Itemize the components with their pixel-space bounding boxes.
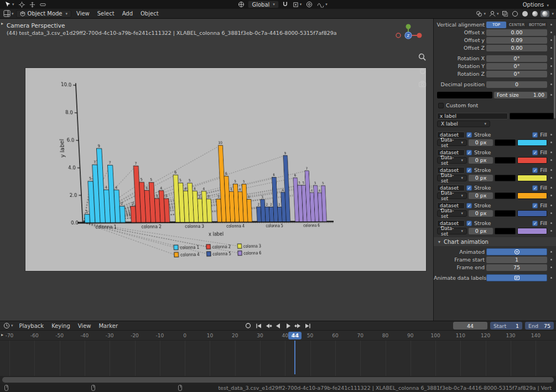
navigation-gizmo[interactable]: Z	[392, 22, 424, 48]
menu-add[interactable]: Add	[118, 10, 137, 17]
valign-top-button[interactable]: TOP	[486, 22, 506, 28]
animate-dot[interactable]	[549, 32, 554, 33]
stroke-checkbox[interactable]: ✓Stroke	[466, 167, 491, 173]
fill-color-swatch[interactable]	[517, 210, 547, 217]
stroke-color-swatch[interactable]	[495, 210, 516, 217]
animate-dot[interactable]	[549, 266, 554, 268]
fill-checkbox[interactable]: ✓Fill	[532, 132, 547, 138]
animate-dot[interactable]	[549, 222, 554, 224]
timeline-ruler[interactable]: 44 -70-60-50-40-30-20-100102030405060708…	[0, 331, 556, 341]
dataset-select-dropdown[interactable]: Data-set▾	[437, 210, 467, 217]
animated-button[interactable]	[486, 248, 547, 255]
animate-data-labels-button[interactable]	[486, 274, 547, 281]
dataset-select-dropdown[interactable]: Data-set▾	[437, 157, 467, 164]
proportional-editing-icon[interactable]	[305, 1, 314, 8]
timeline-menu-view[interactable]: View	[74, 322, 95, 330]
x-label-input[interactable]: x label	[437, 113, 508, 119]
mode-dropdown[interactable]: Object Mode ▾	[16, 10, 72, 18]
animate-dot[interactable]	[549, 195, 554, 196]
measure-tool-icon[interactable]	[39, 2, 47, 8]
stroke-width-field[interactable]: 0 px	[469, 192, 493, 199]
animate-dot[interactable]	[549, 151, 554, 153]
shading-rendered-button[interactable]	[541, 11, 549, 17]
overlays-dropdown[interactable]: ▾	[488, 11, 500, 17]
dataset-select-dropdown[interactable]: Data-set▾	[437, 192, 467, 199]
animate-dot[interactable]	[549, 24, 554, 25]
camera-view-icon[interactable]	[418, 80, 427, 88]
valign-center-button[interactable]: CENTER	[507, 22, 527, 28]
fill-checkbox[interactable]: ✓Fill	[532, 220, 547, 226]
timeline-menu-keying[interactable]: Keying	[48, 322, 74, 330]
x-label-color-swatch[interactable]	[510, 113, 554, 119]
animate-dot[interactable]	[549, 212, 554, 214]
editor-corner-widget[interactable]: ▸	[1, 21, 3, 26]
menu-view[interactable]: View	[72, 10, 93, 17]
shading-material-button[interactable]	[531, 11, 539, 17]
stroke-checkbox[interactable]: ✓Stroke	[466, 132, 491, 138]
offset-z-field[interactable]: 0.00	[486, 45, 547, 51]
fill-color-swatch[interactable]	[517, 192, 547, 199]
zoom-tool-icon[interactable]	[418, 53, 427, 61]
animate-dot[interactable]	[549, 142, 554, 143]
animate-dot[interactable]	[549, 169, 554, 171]
decimal-position-field[interactable]: 0	[486, 81, 547, 88]
transform-orientation-dropdown[interactable]: Global ▾	[248, 1, 278, 8]
stroke-width-field[interactable]: 0 px	[469, 228, 493, 234]
snap-target-dropdown[interactable]: ▾	[292, 2, 303, 8]
play-button[interactable]	[283, 322, 293, 330]
frame-start-field[interactable]: 1	[486, 257, 547, 263]
animate-dot[interactable]	[549, 177, 554, 179]
current-frame-field[interactable]: 44	[453, 322, 487, 330]
rotation-z-field[interactable]: 0°	[486, 71, 547, 77]
auto-keying-toggle[interactable]	[243, 322, 253, 330]
dataset-select-dropdown[interactable]: Data-set▾	[437, 228, 467, 234]
fill-checkbox[interactable]: ✓Fill	[532, 202, 547, 208]
animate-dot[interactable]	[549, 205, 554, 206]
animate-dot[interactable]	[549, 58, 554, 59]
fill-color-swatch[interactable]	[517, 228, 547, 234]
stroke-color-swatch[interactable]	[495, 228, 516, 234]
jump-to-start-button[interactable]	[253, 322, 263, 330]
falloff-dropdown[interactable]: ▾	[316, 2, 329, 8]
options-dropdown[interactable]: Options ▾	[519, 1, 553, 8]
frame-range-start-field[interactable]: Start 1	[490, 322, 522, 330]
current-frame-indicator[interactable]: 44	[288, 332, 302, 339]
rotation-y-field[interactable]: 0°	[486, 63, 547, 70]
animate-dot[interactable]	[549, 251, 554, 253]
timeline-editor-type-button[interactable]: ▾	[2, 322, 14, 329]
stroke-checkbox[interactable]: ✓Stroke	[466, 149, 491, 155]
previous-keyframe-button[interactable]	[263, 322, 273, 330]
snap-magnet-icon[interactable]	[281, 1, 289, 8]
pan-hand-icon[interactable]	[418, 66, 427, 75]
animate-dot[interactable]	[549, 65, 554, 67]
stroke-width-field[interactable]: 0 px	[469, 175, 493, 181]
animate-dot[interactable]	[549, 187, 554, 189]
x-label-dropdown[interactable]: X label ▾	[437, 121, 490, 127]
dataset-select-dropdown[interactable]: Data-set▾	[437, 175, 467, 181]
animate-dot[interactable]	[549, 83, 554, 85]
stroke-checkbox[interactable]: ✓Stroke	[466, 202, 491, 208]
play-reverse-button[interactable]	[273, 322, 283, 330]
stroke-checkbox[interactable]: ✓Stroke	[466, 185, 491, 191]
valign-bottom-button[interactable]: BOTTOM	[527, 22, 547, 28]
animate-dot[interactable]	[549, 259, 554, 260]
fill-color-swatch[interactable]	[517, 139, 547, 146]
active-tool-button[interactable]: ▾	[3, 1, 15, 8]
animate-dot[interactable]	[549, 73, 554, 75]
shading-solid-button[interactable]	[521, 11, 529, 17]
frame-end-field[interactable]: 75	[486, 264, 547, 271]
animate-dot[interactable]	[549, 159, 554, 161]
stroke-width-field[interactable]: 0 px	[469, 139, 493, 146]
fill-color-swatch[interactable]	[517, 175, 547, 181]
next-keyframe-button[interactable]	[293, 322, 303, 330]
fill-checkbox[interactable]: ✓Fill	[532, 149, 547, 155]
frame-range-end-field[interactable]: End 75	[525, 322, 554, 330]
stroke-width-field[interactable]: 0 px	[469, 157, 493, 164]
stroke-color-swatch[interactable]	[495, 157, 516, 164]
font-color-swatch[interactable]	[437, 92, 492, 98]
offset-x-field[interactable]: 0.00	[486, 29, 547, 36]
stroke-width-field[interactable]: 0 px	[469, 210, 493, 217]
dataset-select-dropdown[interactable]: Data-set▾	[437, 139, 467, 146]
stroke-checkbox[interactable]: ✓Stroke	[466, 220, 491, 226]
editor-type-button[interactable]: ▾	[2, 10, 15, 17]
